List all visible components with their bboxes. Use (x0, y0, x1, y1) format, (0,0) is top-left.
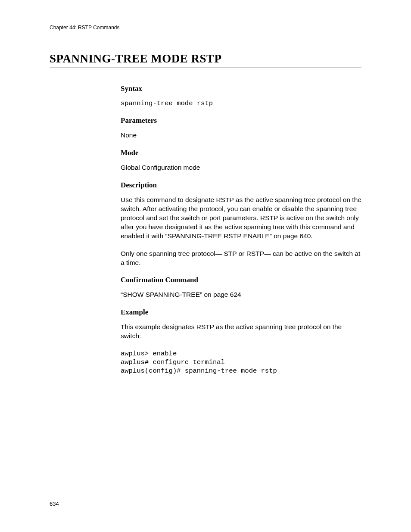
parameters-text: None (121, 131, 361, 140)
confirmation-text: “SHOW SPANNING-TREE” on page 624 (121, 290, 361, 299)
mode-heading: Mode (121, 149, 361, 157)
example-heading: Example (121, 308, 361, 317)
chapter-header: Chapter 44: RSTP Commands (50, 25, 361, 31)
page-title: SPANNING-TREE MODE RSTP (50, 52, 361, 68)
syntax-code: spanning-tree mode rstp (121, 99, 361, 108)
description-heading: Description (121, 181, 361, 190)
example-code: awplus> enable awplus# configure termina… (121, 349, 361, 375)
parameters-heading: Parameters (121, 116, 361, 125)
page-number: 634 (50, 501, 59, 507)
content-block: Syntax spanning-tree mode rstp Parameter… (121, 84, 361, 376)
mode-text: Global Configuration mode (121, 163, 361, 172)
syntax-heading: Syntax (121, 84, 361, 93)
page-container: Chapter 44: RSTP Commands SPANNING-TREE … (0, 0, 411, 376)
description-para1: Use this command to designate RSTP as th… (121, 196, 361, 241)
example-intro: This example designates RSTP as the acti… (121, 323, 361, 341)
description-para2: Only one spanning tree protocol— STP or … (121, 249, 361, 268)
confirmation-heading: Confirmation Command (121, 276, 361, 284)
